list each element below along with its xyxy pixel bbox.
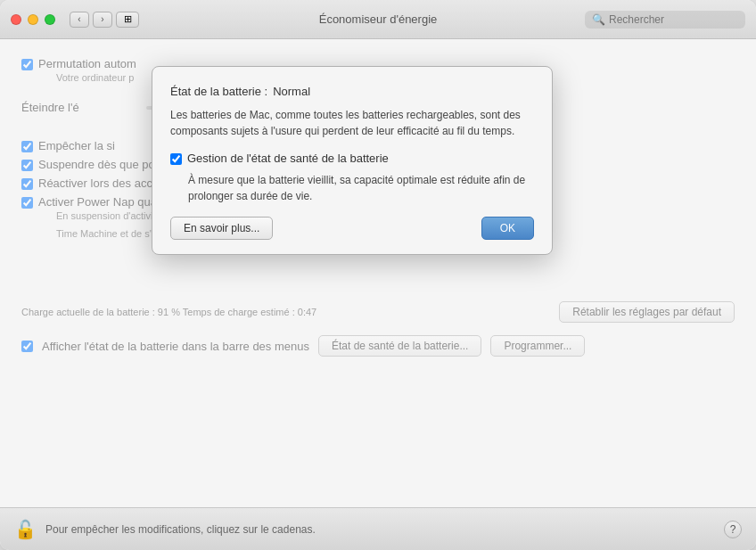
afficher-checkbox[interactable] [21, 341, 33, 352]
minimize-button[interactable] [28, 14, 38, 25]
search-box[interactable]: 🔍 [585, 11, 745, 29]
window-title: Économiseur d'énergie [319, 12, 438, 26]
bottom-bar: Charge actuelle de la batterie : 91 % Te… [21, 301, 735, 323]
popup-body-text: Les batteries de Mac, comme toutes les b… [170, 107, 534, 139]
help-button[interactable]: ? [724, 521, 742, 538]
titlebar: ‹ › ⊞ Économiseur d'énergie 🔍 [0, 0, 756, 39]
afficher-label: Afficher l'état de la batterie dans la b… [42, 340, 309, 353]
popup-dialog: État de la batterie : Normal Les batteri… [152, 66, 553, 255]
popup-title-value: Normal [273, 85, 310, 98]
search-icon: 🔍 [592, 13, 605, 26]
popup-buttons: En savoir plus... OK [170, 217, 534, 240]
suspendre-checkbox[interactable] [21, 160, 33, 171]
bottom-toolbar: 🔓 Pour empêcher les modifications, cliqu… [0, 507, 756, 550]
empecher-label: Empêcher la si [38, 139, 115, 152]
powernap-checkbox[interactable] [21, 197, 33, 209]
maximize-button[interactable] [45, 14, 55, 25]
main-content: Permutation autom Votre ordinateur p Éte… [0, 39, 756, 507]
back-button[interactable]: ‹ [70, 12, 89, 28]
reset-button[interactable]: Rétablir les réglages par défaut [559, 301, 735, 323]
lock-text: Pour empêcher les modifications, cliquez… [45, 523, 715, 536]
forward-button[interactable]: › [93, 12, 112, 28]
programmer-button[interactable]: Programmer... [490, 335, 585, 357]
search-input[interactable] [609, 13, 734, 26]
permutation-sub: Votre ordinateur p [56, 72, 136, 83]
traffic-lights [11, 14, 55, 25]
lock-icon-wrap[interactable]: 🔓 [14, 519, 37, 540]
close-button[interactable] [11, 14, 21, 25]
window: ‹ › ⊞ Économiseur d'énergie 🔍 Permutatio… [0, 0, 756, 550]
popup-title-row: État de la batterie : Normal [170, 85, 534, 98]
learn-more-button[interactable]: En savoir plus... [170, 217, 273, 240]
lock-icon: 🔓 [14, 519, 37, 540]
grid-button[interactable]: ⊞ [116, 12, 139, 28]
afficher-row: Afficher l'état de la batterie dans la b… [21, 335, 735, 357]
permutation-label: Permutation autom [38, 57, 136, 70]
empecher-checkbox[interactable] [21, 141, 33, 152]
reactiver-checkbox[interactable] [21, 178, 33, 190]
status-text: Charge actuelle de la batterie : 91 % Te… [21, 307, 316, 317]
popup-gestion-checkbox[interactable] [170, 153, 182, 165]
ok-button[interactable]: OK [481, 217, 534, 240]
nav-buttons: ‹ › [70, 12, 112, 28]
popup-title-label: État de la batterie : [170, 85, 267, 98]
popup-checkbox-row: Gestion de l'état de santé de la batteri… [170, 152, 534, 165]
etat-sante-button[interactable]: État de santé de la batterie... [318, 335, 481, 357]
popup-gestion-label: Gestion de l'état de santé de la batteri… [187, 152, 389, 165]
permutation-checkbox[interactable] [21, 59, 33, 70]
eteindre-label: Éteindre l'é [21, 101, 146, 114]
popup-sub-text: À mesure que la batterie vieillit, sa ca… [188, 172, 534, 204]
